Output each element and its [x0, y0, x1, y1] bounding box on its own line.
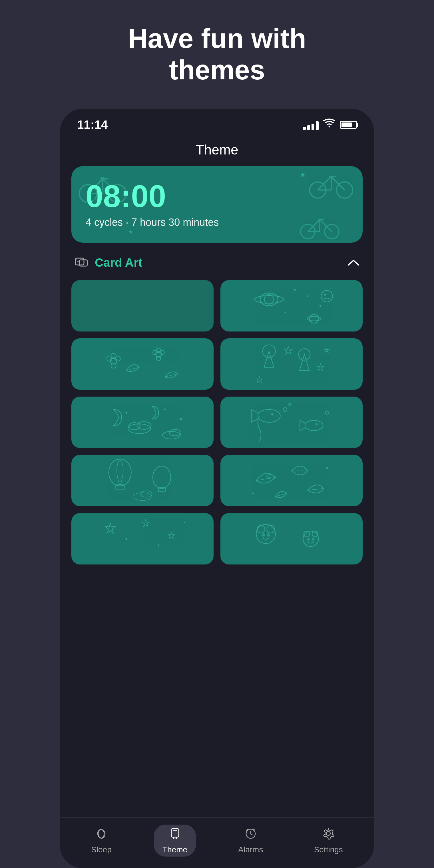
- svg-point-71: [283, 407, 287, 411]
- svg-point-68: [271, 413, 274, 415]
- svg-point-83: [141, 491, 152, 497]
- moon-icon: [95, 827, 108, 843]
- card-thumb-partial2[interactable]: [220, 513, 363, 564]
- page-header: Have fun with themes: [99, 23, 335, 86]
- battery-icon: [340, 121, 357, 129]
- svg-point-34: [284, 311, 286, 313]
- alarm-subtitle: 4 cycles · 7 hours 30 minutes: [86, 216, 348, 228]
- svg-point-35: [310, 314, 319, 323]
- nav-item-settings[interactable]: Settings: [306, 825, 351, 857]
- svg-point-93: [125, 538, 127, 540]
- svg-point-101: [303, 531, 319, 547]
- svg-point-97: [257, 525, 265, 533]
- svg-point-104: [307, 538, 310, 541]
- svg-point-105: [312, 538, 314, 541]
- brush-icon: [168, 827, 182, 843]
- card-thumb-moon[interactable]: [71, 397, 214, 448]
- nav-item-theme[interactable]: Theme: [154, 825, 196, 857]
- phone-mockup: 11:14 Theme: [60, 109, 374, 868]
- svg-point-33: [319, 305, 321, 307]
- card-art-label: Card Art: [95, 256, 142, 270]
- svg-marker-56: [317, 364, 324, 370]
- card-grid: [71, 280, 363, 564]
- card-thumb-space[interactable]: [220, 280, 363, 332]
- svg-point-74: [109, 459, 131, 486]
- svg-marker-90: [106, 523, 115, 533]
- svg-point-94: [158, 544, 159, 546]
- card-thumb-fish[interactable]: [220, 397, 363, 448]
- svg-point-99: [261, 533, 265, 536]
- svg-point-72: [289, 403, 291, 406]
- nav-label-sleep: Sleep: [91, 845, 112, 854]
- card-art-icon: [74, 254, 89, 272]
- card-thumb-balloon[interactable]: [71, 455, 214, 506]
- svg-point-26: [77, 261, 79, 262]
- svg-marker-23: [129, 230, 133, 234]
- svg-marker-92: [168, 532, 175, 538]
- svg-marker-22: [300, 173, 305, 177]
- card-thumb-stars[interactable]: [220, 338, 363, 390]
- signal-bar-2: [307, 125, 310, 130]
- chevron-up-icon[interactable]: [347, 256, 360, 269]
- balloon-pattern: [71, 455, 214, 506]
- flowers-pattern: [71, 338, 214, 390]
- section-header: Card Art: [71, 254, 363, 272]
- svg-point-66: [180, 418, 182, 420]
- svg-point-98: [267, 525, 274, 533]
- svg-point-89: [252, 493, 254, 494]
- svg-marker-55: [284, 346, 292, 354]
- svg-line-86: [308, 489, 323, 490]
- svg-point-30: [264, 294, 274, 304]
- svg-point-27: [76, 259, 77, 260]
- fish-pattern: [220, 397, 363, 448]
- svg-rect-108: [174, 837, 177, 839]
- svg-marker-58: [324, 348, 329, 352]
- svg-point-70: [315, 423, 318, 426]
- svg-point-63: [169, 429, 181, 436]
- space-pattern: [220, 280, 363, 332]
- card-art-section: Card Art: [60, 254, 374, 817]
- status-icons: [303, 118, 357, 131]
- signal-bar-1: [303, 127, 306, 130]
- nav-item-sleep[interactable]: Sleep: [83, 825, 120, 857]
- svg-point-78: [153, 466, 171, 489]
- status-time: 11:14: [77, 118, 107, 132]
- svg-point-88: [326, 467, 328, 469]
- svg-point-61: [129, 423, 141, 430]
- svg-point-115: [327, 832, 330, 835]
- svg-point-64: [125, 412, 127, 414]
- wifi-icon: [323, 118, 335, 131]
- card-thumb-leaf[interactable]: [220, 455, 363, 506]
- card-thumb-flowers[interactable]: [71, 338, 214, 390]
- alarm-card[interactable]: 08:00 4 cycles · 7 hours 30 minutes: [71, 166, 363, 243]
- gear-icon: [322, 827, 335, 843]
- alarm-icon: [244, 827, 257, 843]
- svg-point-32: [307, 295, 308, 297]
- card-thumb-plain[interactable]: [71, 280, 214, 332]
- svg-marker-53: [300, 354, 309, 370]
- nav-label-alarms: Alarms: [238, 845, 263, 854]
- svg-line-112: [251, 834, 252, 835]
- partial1-pattern: [71, 513, 214, 564]
- nav-label-settings: Settings: [314, 845, 343, 854]
- signal-bar-4: [316, 121, 319, 130]
- svg-point-95: [184, 522, 185, 523]
- svg-point-38: [324, 293, 326, 296]
- moon-pattern: [71, 397, 214, 448]
- leaves-pattern: [220, 455, 363, 506]
- nav-item-alarms[interactable]: Alarms: [229, 825, 272, 857]
- svg-point-96: [256, 524, 276, 544]
- svg-marker-91: [142, 519, 149, 526]
- card-thumb-partial1[interactable]: [71, 513, 214, 564]
- svg-rect-106: [171, 829, 179, 837]
- svg-point-67: [258, 409, 280, 422]
- signal-bar-3: [311, 124, 314, 130]
- bottom-nav: Sleep Theme: [60, 817, 374, 868]
- screen-title: Theme: [60, 136, 374, 166]
- svg-marker-51: [264, 351, 274, 367]
- svg-point-69: [305, 420, 323, 431]
- svg-point-73: [325, 411, 328, 414]
- nav-label-theme: Theme: [162, 845, 187, 854]
- section-header-left: Card Art: [74, 254, 142, 272]
- status-bar: 11:14: [60, 109, 374, 136]
